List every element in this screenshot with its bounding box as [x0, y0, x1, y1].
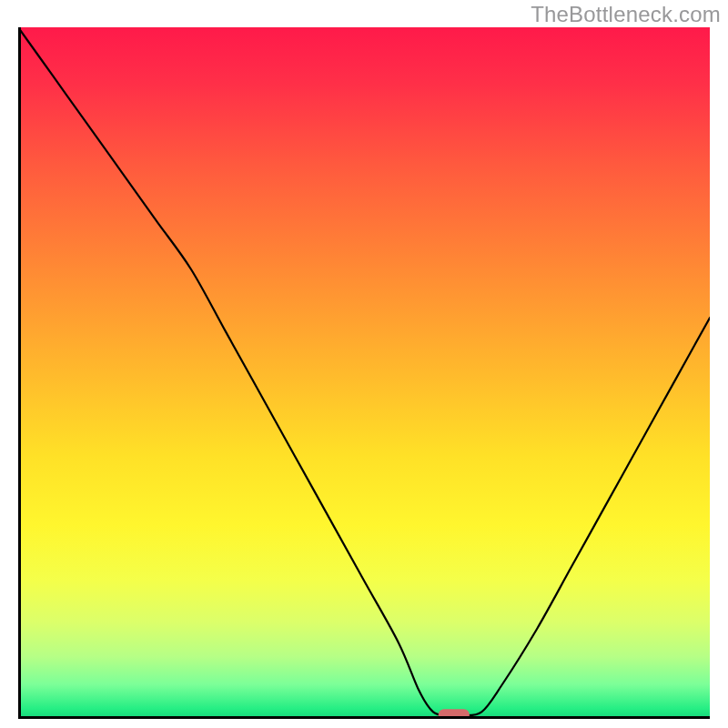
watermark-text: TheBottleneck.com	[531, 2, 721, 27]
bottleneck-chart	[18, 27, 710, 719]
chart-container: TheBottleneck.com	[0, 0, 728, 728]
gradient-background	[18, 27, 710, 719]
chart-svg	[18, 27, 710, 719]
